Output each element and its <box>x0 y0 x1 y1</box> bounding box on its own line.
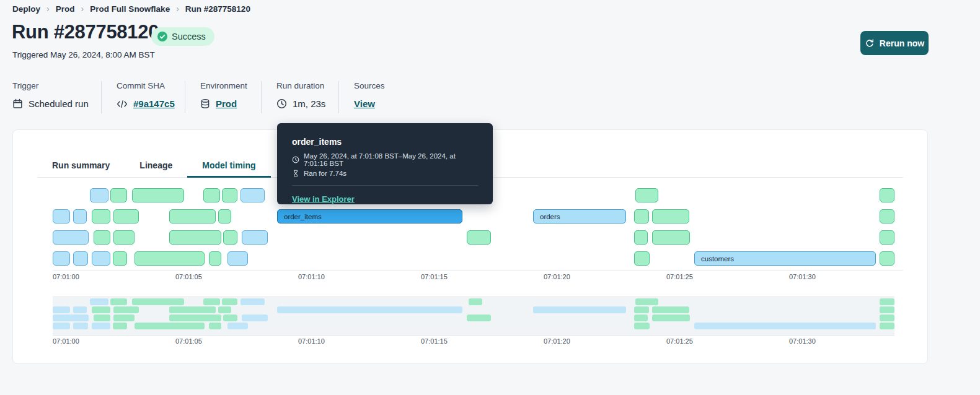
gantt-bar[interactable] <box>169 209 216 224</box>
gantt-bar[interactable] <box>53 230 89 245</box>
gantt-bar[interactable] <box>880 188 894 202</box>
gantt-bar[interactable] <box>203 188 220 202</box>
meta-label: Commit SHA <box>117 81 175 90</box>
gantt-bar[interactable] <box>880 230 894 245</box>
gantt-bar[interactable] <box>113 209 139 224</box>
commit-sha-link[interactable]: #9a147c5 <box>133 98 175 109</box>
page-title: Run #287758120 <box>12 21 159 43</box>
gantt-bar[interactable] <box>634 230 648 245</box>
minimap-bar <box>880 298 894 305</box>
gantt-bar[interactable] <box>73 251 88 266</box>
chevron-right-icon: › <box>176 4 179 14</box>
success-check-icon <box>157 32 167 41</box>
gantt-bar[interactable] <box>209 251 221 266</box>
status-badge-label: Success <box>172 32 206 41</box>
gantt-bar[interactable] <box>652 230 690 245</box>
gantt-bar[interactable] <box>113 251 127 266</box>
triggered-timestamp: Triggered May 26, 2024, 8:00 AM BST <box>12 50 155 59</box>
minimap-bar <box>135 323 205 329</box>
tooltip-model-name: order_items <box>292 137 478 147</box>
environment-link[interactable]: Prod <box>216 98 237 109</box>
gantt-bar[interactable] <box>92 209 110 224</box>
gantt-bar[interactable] <box>634 251 650 266</box>
gantt-bar[interactable] <box>53 251 70 266</box>
minimap-bar <box>467 315 491 321</box>
meta-label: Environment <box>200 81 247 90</box>
gantt-bar[interactable] <box>241 188 265 202</box>
clock-icon <box>276 98 287 109</box>
minimap-bar <box>223 315 237 321</box>
gantt-bar[interactable] <box>90 188 108 202</box>
run-detail-page: Deploy › Prod › Prod Full Snowflake › Ru… <box>0 0 980 395</box>
gantt-bar[interactable] <box>634 209 649 224</box>
rerun-now-button[interactable]: Rerun now <box>860 31 929 55</box>
gantt-bar[interactable] <box>635 188 658 202</box>
minimap-bar <box>94 315 110 321</box>
gantt-bar[interactable] <box>223 230 237 245</box>
minimap-bar <box>241 298 265 305</box>
meta-sources: Sources View <box>354 81 385 109</box>
tab-lineage[interactable]: Lineage <box>125 155 187 178</box>
minimap-bar <box>880 306 894 313</box>
minimap-bar <box>53 315 89 321</box>
minimap-bar <box>113 315 135 321</box>
minimap-bar <box>635 298 658 305</box>
trigger-value: Scheduled run <box>29 98 89 109</box>
sources-view-link[interactable]: View <box>354 98 375 109</box>
minimap-bar <box>880 315 894 321</box>
gantt-bar-customers[interactable]: customers <box>694 251 876 266</box>
gantt-bar[interactable] <box>218 209 231 224</box>
database-icon <box>200 98 210 109</box>
gantt-bar-label: orders <box>534 213 560 220</box>
meta-label: Sources <box>354 81 385 90</box>
gantt-bar[interactable] <box>132 188 184 202</box>
gantt-bar[interactable] <box>880 251 894 266</box>
minimap-bar <box>90 298 108 305</box>
breadcrumb-prod[interactable]: Prod <box>56 4 75 14</box>
gantt-bar[interactable] <box>92 251 110 266</box>
gantt-bar[interactable] <box>94 230 110 245</box>
minimap-bar <box>169 306 216 313</box>
gantt-bar[interactable] <box>169 230 221 245</box>
divider <box>292 185 478 186</box>
gantt-bar[interactable] <box>242 230 268 245</box>
gantt-bar[interactable] <box>113 230 135 245</box>
minimap-bar <box>694 323 876 329</box>
gantt-bar-orders[interactable]: orders <box>533 209 626 224</box>
gantt-bar[interactable] <box>227 251 248 266</box>
tooltip-duration: Ran for 7.74s <box>304 170 347 177</box>
gantt-bar[interactable] <box>222 188 237 202</box>
gantt-bar-order_items[interactable]: order_items <box>277 209 462 224</box>
time-axis-tick-label: 07:01:00 <box>53 273 79 280</box>
gantt-bar[interactable] <box>110 188 127 202</box>
gantt-bar-label: order_items <box>278 213 322 220</box>
breadcrumb-deploy[interactable]: Deploy <box>12 4 40 14</box>
minimap-bar <box>92 323 110 329</box>
time-axis-tick-label: 07:01:30 <box>789 273 816 280</box>
minimap-bar <box>73 306 87 313</box>
hourglass-icon <box>292 170 299 177</box>
clock-icon <box>292 156 299 163</box>
gantt-bar[interactable] <box>135 251 205 266</box>
time-axis-tick-label: 07:01:25 <box>666 273 693 280</box>
gantt-bar[interactable] <box>53 209 70 224</box>
minimap-bar <box>652 306 689 313</box>
minimap-bar <box>242 315 268 321</box>
gantt-bar[interactable] <box>73 209 87 224</box>
rerun-now-label: Rerun now <box>880 38 924 48</box>
gantt-bar[interactable] <box>467 230 491 245</box>
breadcrumb-current-run: Run #287758120 <box>185 4 250 14</box>
minimap-bar <box>227 323 248 329</box>
tab-run-summary[interactable]: Run summary <box>37 155 125 178</box>
status-badge: Success <box>151 27 214 46</box>
meta-label: Run duration <box>276 81 325 90</box>
divider <box>185 81 185 113</box>
gantt-bar[interactable] <box>652 209 689 224</box>
minimap-bar <box>53 323 70 329</box>
gantt-bar[interactable] <box>880 209 894 224</box>
time-axis-tick-label: 07:01:20 <box>544 273 570 280</box>
minimap-bar <box>132 298 184 305</box>
breadcrumb-job[interactable]: Prod Full Snowflake <box>90 4 170 14</box>
tab-model-timing[interactable]: Model timing <box>187 155 270 178</box>
view-in-explorer-link[interactable]: View in Explorer <box>292 194 355 204</box>
